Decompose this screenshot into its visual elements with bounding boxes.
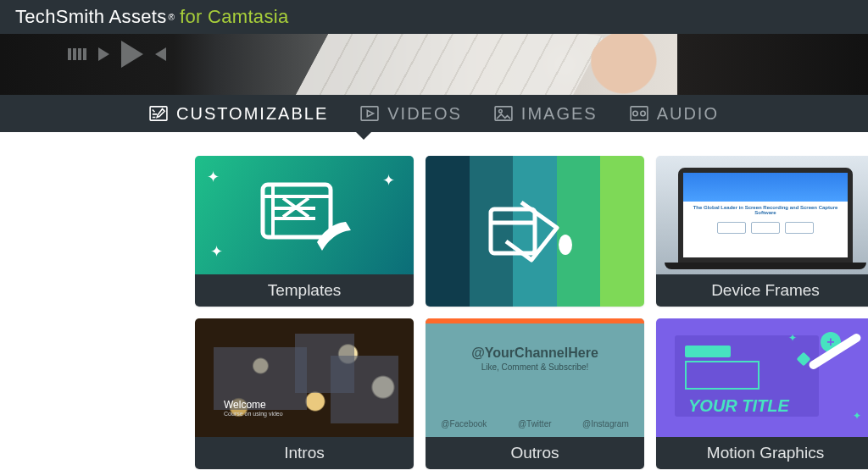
laptop-base: [665, 263, 866, 269]
svg-rect-1: [361, 107, 378, 120]
sparkle-icon: ✦: [788, 332, 797, 344]
motion-accent: [685, 346, 731, 357]
intro-sub: Course on using video: [224, 411, 283, 417]
card-label: Templates: [195, 274, 414, 307]
card-intros[interactable]: Welcome Course on using video Intros: [195, 318, 414, 469]
laptop-mockup: The Global Leader in Screen Recording an…: [678, 168, 853, 263]
next-small-icon: [155, 47, 166, 61]
registered-mark: ®: [168, 13, 175, 22]
tab-label: VIDEOS: [387, 104, 462, 124]
card-themes[interactable]: Themes: [426, 156, 644, 307]
thumb-themes: [426, 156, 644, 307]
device-pill: [717, 222, 746, 234]
hero-banner: [0, 34, 868, 95]
outro-link: @Instagram: [582, 419, 629, 429]
card-label: Device Frames: [656, 274, 868, 307]
card-motion-graphics[interactable]: YOUR TITLE + ✦ ✦ Motion Graphics: [656, 318, 868, 469]
intro-title: Welcome: [224, 399, 266, 411]
customizable-icon: [149, 106, 168, 121]
tab-audio[interactable]: AUDIO: [630, 104, 719, 124]
thumb-motion-graphics: YOUR TITLE + ✦ ✦: [656, 318, 868, 437]
paint-bucket-icon: [426, 156, 644, 307]
hero-media-controls: [68, 41, 166, 68]
image-icon: [494, 106, 513, 121]
tab-images[interactable]: IMAGES: [494, 104, 598, 124]
play-small-icon: [98, 47, 109, 61]
thumb-outros: @YourChannelHere Like, Comment & Subscri…: [426, 318, 644, 437]
category-tabs: CUSTOMIZABLE VIDEOS IMAGES AUDIO: [0, 95, 868, 132]
intro-tile: [331, 356, 398, 423]
sparkle-icon: ✦: [853, 410, 861, 422]
active-tab-arrow: [356, 132, 371, 140]
thumb-device-frames: The Global Leader in Screen Recording an…: [656, 156, 868, 274]
thumb-intros: Welcome Course on using video: [195, 318, 414, 437]
tab-label: IMAGES: [521, 104, 598, 124]
tab-label: AUDIO: [657, 104, 719, 124]
asset-gallery: ✦ ✦ ✦ Templates Themes The Global Leader…: [0, 132, 868, 469]
tab-label: CUSTOMIZABLE: [176, 104, 328, 124]
device-pill: [785, 222, 814, 234]
equalizer-icon: [68, 48, 86, 60]
video-icon: [360, 106, 379, 121]
motion-title: YOUR TITLE: [688, 396, 789, 416]
brand-secondary: for Camtasia: [180, 6, 288, 28]
motion-accent: [685, 361, 760, 390]
card-label: Motion Graphics: [656, 437, 868, 469]
play-icon: [121, 41, 143, 68]
card-label: Outros: [426, 437, 644, 469]
svg-point-5: [632, 111, 637, 115]
audio-icon: [630, 106, 648, 121]
thumb-templates: ✦ ✦ ✦: [195, 156, 414, 274]
page-header: TechSmith Assets ® for Camtasia: [0, 0, 868, 34]
outro-link: @Twitter: [518, 419, 552, 429]
keyboard-photo: [292, 34, 604, 95]
hand-photo: [588, 34, 682, 95]
svg-point-9: [559, 235, 572, 255]
outro-social-row: @Facebook @Twitter @Instagram: [426, 419, 644, 429]
outro-handle: @YourChannelHere: [426, 346, 644, 361]
tab-videos[interactable]: VIDEOS: [360, 104, 462, 124]
device-headline: The Global Leader in Screen Recording an…: [683, 202, 848, 218]
svg-point-3: [498, 110, 502, 113]
svg-point-6: [640, 111, 644, 115]
tab-customizable[interactable]: CUSTOMIZABLE: [149, 104, 328, 124]
outro-sub: Like, Comment & Subscribe!: [426, 362, 644, 372]
device-pill: [751, 222, 780, 234]
card-label: Intros: [195, 437, 414, 469]
brand-primary: TechSmith Assets: [15, 6, 166, 28]
outro-link: @Facebook: [441, 419, 487, 429]
intro-caption: Welcome Course on using video: [224, 399, 283, 417]
template-icon: [195, 156, 414, 274]
card-device-frames[interactable]: The Global Leader in Screen Recording an…: [656, 156, 868, 307]
card-templates[interactable]: ✦ ✦ ✦ Templates: [195, 156, 414, 307]
card-outros[interactable]: @YourChannelHere Like, Comment & Subscri…: [426, 318, 644, 469]
